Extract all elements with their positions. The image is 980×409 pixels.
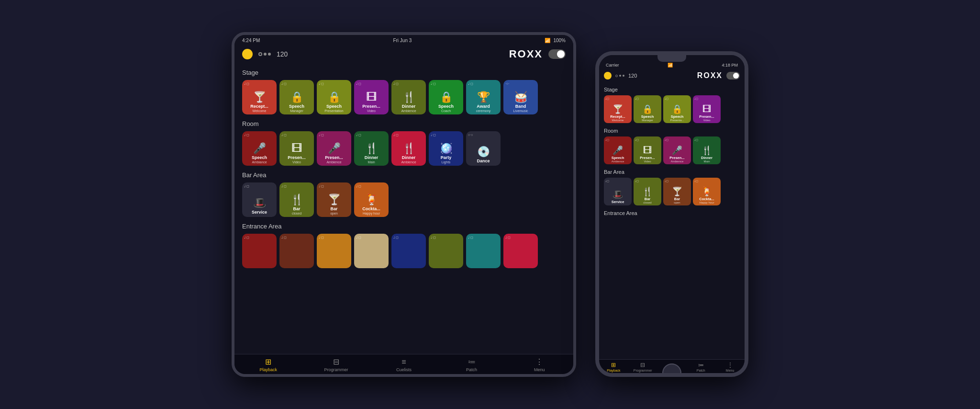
cue-bar-open[interactable]: ♩ ◻ 🍸 Bar open (317, 182, 351, 217)
cuelists-label: Cuelists (396, 367, 412, 372)
phone-room-grid: ♩◻ 🎤 Speech Ambience ♩◻ 🎞 Presen... Vide… (604, 136, 740, 164)
entrance-grid: ♩ ◻ ♩ ◻ ♩ ◻ ♩ ◻ (242, 234, 566, 268)
tab-menu[interactable]: ⋮ Menu (505, 357, 573, 372)
toolbar-number: 120 (277, 50, 288, 58)
entrance-title: Entrance Area (242, 223, 566, 230)
phone-cue-dinner-main[interactable]: ♩◻ 🍴 Dinner Main (693, 136, 721, 164)
programmer-label: Programmer (324, 367, 348, 372)
tab-playback[interactable]: ⊞ Playback (234, 357, 302, 372)
cue-entrance4[interactable]: ♩ ◻ (354, 234, 389, 268)
phone-entrance-title: Entrance Area (604, 210, 740, 216)
phone-cue-cocktail[interactable]: ♩◻ 🍹 Cockta... Happy hour (693, 178, 721, 205)
phone-cue-presen-vid2[interactable]: ♩◻ 🎞 Presen... Video (634, 136, 661, 164)
playback-icon: ⊞ (265, 357, 271, 366)
phone-tab-menu[interactable]: ⋮ Menu (715, 362, 745, 372)
phone-programmer-label: Programmer (634, 369, 652, 372)
tablet-time: 4:24 PM (242, 38, 260, 43)
tablet-status-bar: 4:24 PM Fri Jun 3 📶 100% (234, 35, 573, 45)
cue-entrance8[interactable]: ♩ ◻ (503, 234, 538, 268)
tablet-status-right: 📶 100% (545, 38, 566, 43)
programmer-icon: ⊟ (333, 357, 339, 366)
cue-party[interactable]: ♩ ◻ 🪩 Party Lights (429, 131, 463, 166)
cue-entrance6[interactable]: ♩ ◻ (429, 234, 463, 268)
phone-patch-label: Patch (697, 369, 705, 372)
tablet-bottom-bar: ⊞ Playback ⊟ Programmer ≡ Cuelists ≔ Pat… (234, 354, 573, 374)
menu-label: Menu (534, 367, 545, 372)
phone-programmer-icon: ⊟ (640, 362, 645, 368)
cuelists-icon: ≡ (401, 358, 406, 366)
tablet-date: Fri Jun 3 (393, 38, 412, 43)
phone-tab-patch[interactable]: ≔ Patch (686, 362, 715, 372)
cue-reception[interactable]: ♩ ◻ 🍸 Recept... Welcome (242, 80, 277, 114)
patch-label: Patch (466, 367, 477, 372)
phone-yellow-dot[interactable] (604, 72, 612, 80)
bar-title: Bar Area (242, 171, 566, 179)
phone-roxx-logo: ROXX (697, 71, 723, 80)
cue-speech-manager[interactable]: ♩ ◻ 🔒 Speech Manager (279, 80, 314, 114)
cue-entrance5[interactable]: ♩ ◻ (391, 234, 426, 268)
cue-entrance3[interactable]: ♩ ◻ (317, 234, 351, 268)
cue-speech-ambiance[interactable]: ♩ ◻ 🎤 Speech Ambiance (242, 131, 277, 166)
phone-bar-title: Bar Area (604, 169, 740, 175)
phone-cue-speech-amb[interactable]: ♩◻ 🎤 Speech Ambience (604, 136, 632, 164)
tab-programmer[interactable]: ⊟ Programmer (302, 357, 370, 372)
main-toggle[interactable] (548, 49, 566, 59)
dots-icon[interactable] (258, 52, 271, 56)
phone-menu-label: Menu (726, 369, 735, 372)
phone-carrier: Carrier (606, 63, 619, 68)
cue-presentation-ambience[interactable]: ♩ ◻ 🎤 Presen... Ambience (317, 131, 351, 166)
cue-entrance2[interactable]: ♩ ◻ (279, 234, 314, 268)
phone-cue-speech-pres[interactable]: ♩◻ 🔒 Speech Presenta... (663, 95, 691, 123)
cue-entrance7[interactable]: ♩ ◻ (466, 234, 501, 268)
phone-stage-grid: ♩◻ 🍸 Recept... Welcome ♩◻ 🔒 Speech Manag… (604, 95, 740, 123)
phone-number: 120 (628, 73, 637, 79)
phone-cue-bar-open[interactable]: ♩◻ 🍸 Bar open (663, 178, 691, 205)
yellow-dot[interactable] (242, 49, 253, 59)
phone-tab-programmer[interactable]: ⊟ Programmer (628, 362, 657, 372)
tablet-wifi-icon: 📶 (545, 38, 550, 43)
cue-presentation-video2[interactable]: ♩ ◻ 🎞 Presen... Video (279, 131, 314, 166)
phone-patch-icon: ≔ (698, 362, 704, 368)
phone-bar-grid: ♩◻ 🎩 Service ♩◻ 🍴 Bar closed ♩◻ 🍸 Bar op… (604, 178, 740, 205)
phone-playback-label: Playback (607, 369, 620, 372)
stage-title: Stage (242, 69, 566, 76)
cue-cocktail[interactable]: ♩ ◻ 🍹 Cockta... Happy hour (354, 182, 389, 217)
cue-dinner-ambience[interactable]: ♩ ◻ 🍴 Dinner Ambience (391, 80, 426, 114)
room-grid: ♩ ◻ 🎤 Speech Ambiance ♩ ◻ 🎞 Presen... Vi… (242, 131, 566, 166)
phone-toolbar: 120 ROXX (599, 69, 745, 82)
tab-patch[interactable]: ≔ Patch (438, 357, 506, 372)
cue-bar-closed[interactable]: ♩ ◻ 🍴 Bar closed (279, 182, 314, 217)
patch-icon: ≔ (468, 357, 476, 366)
phone-toggle[interactable] (726, 72, 740, 80)
cue-award[interactable]: ♩ ◻ 🏆 Award ceremony (466, 80, 501, 114)
phone-notch (657, 55, 686, 62)
tablet-battery: 100% (553, 38, 566, 43)
tablet-toolbar: 120 ROXX (234, 45, 573, 63)
phone-content: Stage ♩◻ 🍸 Recept... Welcome ♩◻ 🔒 Speech… (599, 82, 745, 359)
phone-cue-presen-video[interactable]: ♩◻ 🎞 Presen... Video (693, 95, 721, 123)
cue-speech-presentation[interactable]: ♩ ◻ 🔒 Speech Presentation (317, 80, 351, 114)
phone-tab-playback[interactable]: ⊞ Playback (599, 362, 628, 372)
cue-presentation-video[interactable]: ♩ ◻ 🎞 Presen... Video (354, 80, 389, 114)
phone-cue-speech-mgr[interactable]: ♩◻ 🔒 Speech Manager (634, 95, 661, 123)
tablet-device: 4:24 PM Fri Jun 3 📶 100% 120 ROXX Stage … (232, 32, 576, 377)
cue-band[interactable]: ·○· 🥁 Band Livemusic (503, 80, 538, 114)
playback-label: Playback (260, 367, 278, 372)
cue-dance[interactable]: ○·○ 💿 Dance (466, 131, 501, 166)
phone-stage-title: Stage (604, 87, 740, 92)
cue-dinner-ambience2[interactable]: ♩ ◻ 🍴 Dinner Ambience (391, 131, 426, 166)
tab-cuelists[interactable]: ≡ Cuelists (370, 357, 438, 372)
phone-cue-bar-closed[interactable]: ♩◻ 🍴 Bar closed (634, 178, 661, 205)
cue-speech-coach[interactable]: ♩ ◻ 🔒 Speech Coach (429, 80, 463, 114)
phone-cue-reception[interactable]: ♩◻ 🍸 Recept... Welcome (604, 95, 632, 123)
menu-icon: ⋮ (535, 357, 543, 366)
cue-dinner-main[interactable]: ♩ ◻ 🍴 Dinner Main (354, 131, 389, 166)
tablet-content: Stage ♩ ◻ 🍸 Recept... Welcome ♩ ◻ 🔒 Spee… (234, 63, 573, 354)
cue-entrance1[interactable]: ♩ ◻ (242, 234, 277, 268)
phone-cue-service[interactable]: ♩◻ 🎩 Service (604, 178, 632, 205)
room-title: Room (242, 120, 566, 127)
phone-wifi-icon: 📶 (668, 63, 673, 68)
phone-cue-presen-amb[interactable]: ♩◻ 🎤 Presen... Ambience (663, 136, 691, 164)
cue-service[interactable]: ♩ ◻ 🎩 Service (242, 182, 277, 217)
phone-dots-icon[interactable] (615, 75, 624, 77)
